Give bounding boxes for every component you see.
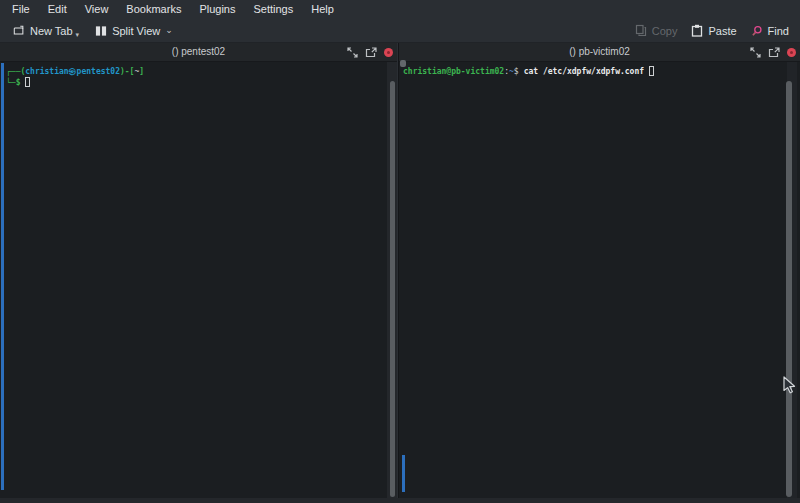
left-pane-title: () pentest02: [0, 43, 397, 61]
close-view-icon[interactable]: [787, 48, 796, 57]
new-tab-icon: [13, 25, 25, 37]
left-pane-title-icons: [346, 43, 393, 62]
find-icon: [751, 25, 763, 37]
split-view-icon: [95, 25, 107, 37]
paste-icon: [691, 25, 703, 37]
prompt-frame-close: ]: [139, 67, 144, 76]
terminal-area-pentest02[interactable]: ┌──(christian㉿pentest02)-[~] └─$: [0, 62, 397, 503]
find-button[interactable]: Find: [744, 19, 796, 43]
toolbar-right-group: Copy Paste Find: [628, 19, 796, 43]
split-view-label: Split View: [112, 25, 160, 37]
new-tab-label: New Tab: [30, 25, 73, 37]
menu-item-bookmarks[interactable]: Bookmarks: [117, 0, 190, 19]
left-pane-titlebar[interactable]: () pentest02: [0, 43, 397, 62]
terminal-cursor: [649, 66, 654, 76]
menu-item-view[interactable]: View: [76, 0, 118, 19]
menu-item-file[interactable]: File: [3, 0, 39, 19]
right-pane-scrollbar-track[interactable]: [787, 62, 797, 503]
detach-view-icon[interactable]: [768, 47, 780, 59]
prompt-symbol: └─$: [6, 78, 20, 87]
toolbar-left-group: New Tab ▾ Split View ⌄: [6, 19, 180, 43]
detach-view-icon[interactable]: [365, 47, 377, 59]
left-pane-scrollbar-track[interactable]: [387, 62, 397, 503]
scroll-indicator-cap: [400, 60, 406, 67]
terminal-cursor: [25, 77, 30, 87]
konsole-window: File Edit View Bookmarks Plugins Setting…: [0, 0, 800, 503]
right-pane-title: () pb-victim02: [399, 43, 800, 61]
chevron-down-icon: ⌄: [165, 25, 173, 35]
right-pane-scrollbar-thumb[interactable]: [786, 81, 792, 497]
terminal-pane-pentest02: () pentest02 ┌──(christian㉿pentest02)-[~…: [0, 43, 397, 503]
menu-item-settings[interactable]: Settings: [244, 0, 302, 19]
new-tab-button[interactable]: New Tab ▾: [6, 19, 88, 43]
split-view-button[interactable]: Split View ⌄: [88, 19, 180, 43]
paste-button[interactable]: Paste: [684, 19, 743, 43]
scroll-indicator: [1, 63, 4, 490]
paste-label: Paste: [708, 25, 736, 37]
scroll-indicator: [402, 455, 405, 492]
maximize-view-icon[interactable]: [346, 47, 358, 59]
typed-command: cat /etc/xdpfw/xdpfw.conf: [524, 67, 644, 76]
mouse-pointer-icon: [783, 376, 796, 398]
right-pane-titlebar[interactable]: () pb-victim02: [399, 43, 800, 62]
copy-button[interactable]: Copy: [628, 19, 685, 43]
copy-label: Copy: [652, 25, 678, 37]
menu-item-help[interactable]: Help: [302, 0, 343, 19]
prompt-symbol: $: [514, 67, 519, 76]
find-label: Find: [768, 25, 789, 37]
menu-item-edit[interactable]: Edit: [39, 0, 76, 19]
prompt-user-host: christian㉿pentest02: [25, 67, 120, 76]
terminal-pane-pb-victim02: () pb-victim02 christian@pb-victim02:~$c…: [398, 43, 800, 503]
terminal-area-pb-victim02[interactable]: christian@pb-victim02:~$cat /etc/xdpfw/x…: [399, 62, 800, 503]
left-pane-scrollbar-thumb[interactable]: [390, 81, 395, 497]
prompt-frame-open: ┌──(: [6, 67, 25, 76]
right-pane-title-icons: [749, 43, 796, 62]
prompt-frame-mid: )-[: [120, 67, 134, 76]
chevron-down-icon: ▾: [76, 31, 80, 39]
prompt-user-host: christian@pb-victim02: [403, 67, 504, 76]
menu-item-plugins[interactable]: Plugins: [190, 0, 244, 19]
window-bottom-edge: [0, 498, 800, 503]
menu-bar: File Edit View Bookmarks Plugins Setting…: [0, 0, 800, 19]
toolbar: New Tab ▾ Split View ⌄ Copy: [0, 19, 800, 43]
close-view-icon[interactable]: [384, 48, 393, 57]
maximize-view-icon[interactable]: [749, 47, 761, 59]
copy-icon: [635, 25, 647, 37]
